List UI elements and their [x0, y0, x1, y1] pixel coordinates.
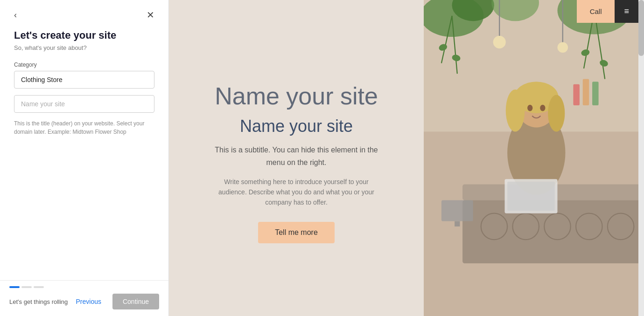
panel-header: ‹ ✕ — [0, 0, 168, 20]
svg-rect-38 — [441, 200, 473, 221]
svg-rect-37 — [592, 82, 599, 105]
preview-topbar: Call ≡ — [577, 0, 638, 23]
svg-point-28 — [540, 105, 545, 111]
preview-right-image — [424, 0, 638, 316]
back-arrow-icon[interactable]: ‹ — [14, 10, 17, 20]
svg-rect-35 — [573, 84, 580, 105]
progress-dot-2 — [21, 286, 32, 288]
svg-point-27 — [527, 105, 532, 111]
svg-rect-39 — [455, 221, 460, 227]
bottom-label: Let's get things rolling — [9, 298, 68, 305]
preview-main: Name your site Name your site This is a … — [169, 0, 638, 316]
hint-text: This is the title (header) on your websi… — [14, 119, 154, 136]
scrollbar-track — [638, 0, 644, 316]
left-panel: ‹ ✕ Let's create your site So, what's yo… — [0, 0, 169, 316]
preview-subtitle-text: This is a subtitle. You can hide this el… — [212, 144, 380, 169]
preview-call-button[interactable]: Call — [577, 0, 615, 23]
svg-point-31 — [493, 36, 506, 48]
category-input[interactable] — [14, 71, 154, 89]
bottom-bar: Let's get things rolling Previous Contin… — [0, 280, 168, 316]
svg-point-32 — [558, 42, 568, 53]
preview-cta-button[interactable]: Tell me more — [258, 222, 335, 243]
preview-menu-button[interactable]: ≡ — [615, 0, 638, 23]
progress-dot-1 — [9, 286, 20, 288]
panel-title: Let's create your site — [14, 29, 154, 41]
continue-button[interactable]: Continue — [112, 294, 159, 309]
preview-body-text: Write something here to introduce yourse… — [217, 177, 376, 208]
progress-dots — [9, 286, 159, 288]
preview-panel: Call ≡ Name your site Name your site Thi… — [169, 0, 644, 316]
preview-big-title: Name your site — [215, 82, 378, 110]
svg-point-25 — [506, 89, 525, 131]
preview-left-content: Name your site Name your site This is a … — [169, 0, 424, 316]
panel-content: Let's create your site So, what's your s… — [0, 20, 168, 316]
svg-rect-30 — [507, 182, 555, 211]
panel-subtitle: So, what's your site about? — [14, 44, 154, 51]
preview-image-svg — [424, 0, 638, 316]
progress-dot-3 — [34, 286, 44, 288]
preview-container: Call ≡ Name your site Name your site Thi… — [169, 0, 638, 316]
svg-rect-36 — [583, 79, 589, 106]
svg-point-26 — [548, 95, 565, 131]
bottom-actions: Let's get things rolling Previous Contin… — [9, 294, 159, 309]
scrollbar-thumb[interactable] — [638, 0, 644, 56]
close-button[interactable]: ✕ — [147, 10, 154, 20]
category-label: Category — [14, 62, 154, 68]
site-name-input[interactable] — [14, 95, 154, 113]
image-overlay — [424, 0, 638, 316]
previous-button[interactable]: Previous — [69, 294, 107, 309]
bottom-buttons: Previous Continue — [69, 294, 159, 309]
preview-sub-title: Name your site — [240, 117, 353, 136]
